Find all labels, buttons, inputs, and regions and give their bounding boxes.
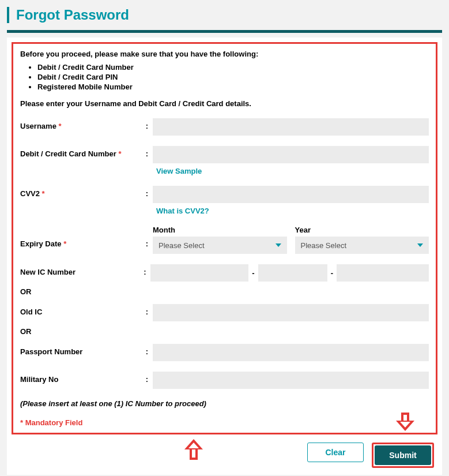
label-old-ic: Old IC [20, 304, 141, 316]
card-number-input[interactable] [153, 146, 429, 163]
clear-button[interactable]: Clear [307, 443, 364, 462]
label-passport: Passport Number [20, 344, 141, 356]
label-username: Username * [20, 118, 141, 130]
new-ic-part2-input[interactable] [258, 264, 327, 282]
required-mark: * [118, 149, 121, 158]
button-row: Clear Submit [12, 434, 437, 470]
old-ic-input[interactable] [153, 304, 429, 321]
new-ic-part1-input[interactable] [150, 264, 248, 282]
row-card-number: Debit / Credit Card Number * : View Samp… [20, 146, 429, 175]
view-sample-link[interactable]: View Sample [153, 167, 202, 175]
requirement-item: Debit / Credit Card PIN [37, 73, 429, 81]
requirement-item: Registered Mobile Number [37, 83, 429, 91]
required-mark: * [59, 122, 62, 130]
required-mark: * [42, 189, 45, 198]
username-input[interactable] [153, 118, 429, 136]
label-military: Military No [20, 372, 141, 384]
chevron-down-icon [276, 243, 281, 247]
row-username: Username * : [20, 118, 429, 136]
arrow-up-icon [184, 439, 203, 461]
requirements-list: Debit / Credit Card Number Debit / Credi… [20, 63, 429, 91]
page-title: Forgot Password [16, 7, 442, 23]
required-mark: * [63, 239, 66, 248]
page-title-block: Forgot Password [7, 7, 442, 23]
label-expiry: Expiry Date * [20, 226, 141, 248]
military-input[interactable] [153, 372, 429, 389]
label-year: Year [295, 226, 429, 234]
or-separator: OR [20, 287, 429, 296]
row-military: Military No : [20, 372, 429, 389]
label-cvv2: CVV2 * [20, 186, 141, 198]
label-card-number: Debit / Credit Card Number * [20, 146, 141, 158]
new-ic-part3-input[interactable] [337, 264, 429, 282]
mandatory-field-note: * Mandatory Field [20, 418, 429, 427]
requirement-item: Debit / Credit Card Number [37, 63, 429, 72]
what-is-cvv2-link[interactable]: What is CVV2? [153, 207, 209, 215]
chevron-down-icon [417, 243, 423, 247]
passport-input[interactable] [153, 344, 429, 361]
arrow-down-icon [396, 413, 414, 434]
content-panel: Before you proceed, please make sure tha… [7, 38, 442, 475]
row-passport: Passport Number : [20, 344, 429, 361]
instruction-text: Please enter your Username and Debit Car… [20, 99, 429, 108]
submit-button[interactable]: Submit [375, 445, 431, 465]
label-new-ic: New IC Number [20, 264, 139, 276]
form-highlight-box: Before you proceed, please make sure tha… [12, 42, 437, 434]
row-new-ic: New IC Number : - - [20, 264, 429, 282]
or-separator: OR [20, 327, 429, 336]
submit-highlight-box: Submit [372, 443, 434, 468]
row-cvv2: CVV2 * : What is CVV2? [20, 186, 429, 215]
month-select[interactable]: Please Select [153, 237, 287, 254]
header-divider [7, 30, 442, 33]
label-month: Month [153, 226, 287, 234]
year-select[interactable]: Please Select [295, 237, 429, 254]
intro-text: Before you proceed, please make sure tha… [20, 50, 429, 58]
row-expiry: Expiry Date * : Month Please Select Year [20, 226, 429, 254]
ic-note: (Please insert at least one (1) IC Numbe… [20, 399, 429, 408]
cvv2-input[interactable] [153, 186, 429, 203]
row-old-ic: Old IC : [20, 304, 429, 321]
